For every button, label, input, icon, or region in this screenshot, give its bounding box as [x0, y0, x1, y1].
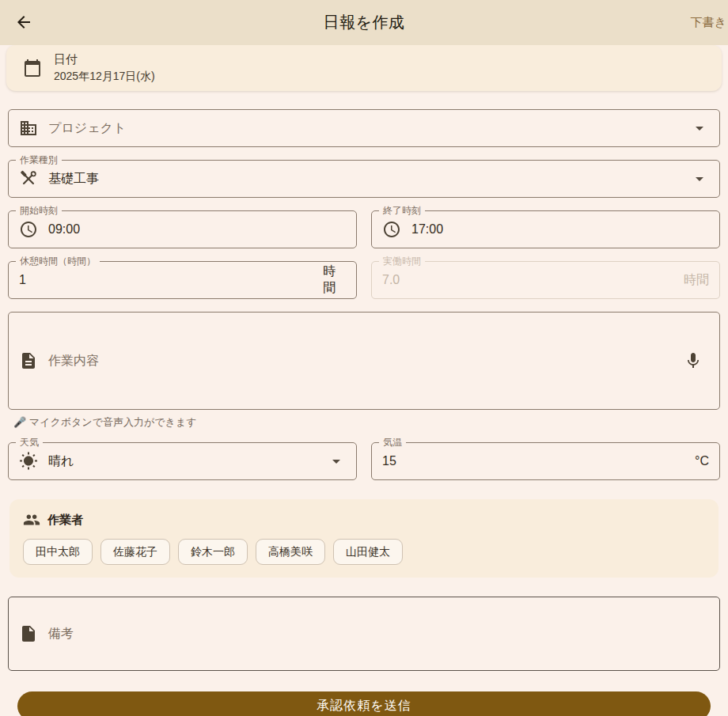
actual-hours-field: 実働時間 7.0 時間 — [371, 261, 720, 299]
break-time-field[interactable]: 休憩時間（時間） 時間 — [8, 261, 357, 299]
voice-helper-text: 🎤 マイクボタンで音声入力ができます — [13, 415, 720, 430]
project-select[interactable]: プロジェクト — [8, 109, 720, 147]
back-button[interactable] — [8, 6, 40, 38]
date-label: 日付 — [54, 52, 155, 67]
people-icon — [23, 511, 40, 528]
project-placeholder: プロジェクト — [48, 120, 126, 137]
worker-chip-label: 山田健太 — [346, 545, 390, 559]
microphone-icon — [684, 351, 703, 370]
actual-hours-label: 実働時間 — [379, 256, 425, 267]
date-picker-card[interactable]: 日付 2025年12月17日(水) — [6, 45, 722, 91]
weather-select[interactable]: 天気 晴れ — [8, 442, 357, 480]
worker-chip-label: 鈴木一郎 — [191, 545, 235, 559]
work-content-field[interactable]: 作業内容 — [8, 312, 720, 410]
temperature-input[interactable] — [382, 454, 684, 468]
end-time-value: 17:00 — [411, 222, 443, 237]
worker-chip[interactable]: 山田健太 — [333, 539, 403, 565]
clock-icon — [19, 220, 38, 239]
break-time-label: 休憩時間（時間） — [16, 256, 100, 267]
note-icon — [19, 624, 38, 643]
workers-title: 作業者 — [47, 513, 83, 528]
worker-chip-label: 高橋美咲 — [268, 545, 313, 559]
work-type-select[interactable]: 作業種別 基礎工事 — [8, 160, 720, 198]
worker-chip[interactable]: 高橋美咲 — [256, 539, 325, 565]
end-time-field[interactable]: 終了時刻 17:00 — [371, 210, 720, 248]
temperature-suffix: °C — [695, 454, 709, 468]
start-time-label: 開始時刻 — [16, 205, 62, 217]
work-type-label: 作業種別 — [16, 154, 62, 166]
work-type-value: 基礎工事 — [48, 171, 99, 188]
chevron-down-icon — [690, 169, 709, 188]
worker-chip[interactable]: 佐藤花子 — [100, 539, 170, 565]
notes-field[interactable]: 備考 — [8, 597, 720, 671]
actual-hours-suffix: 時間 — [684, 272, 709, 289]
workers-section: 作業者 田中太郎 佐藤花子 鈴木一郎 高橋美咲 山田健太 — [9, 499, 719, 578]
notes-placeholder: 備考 — [48, 626, 74, 642]
calendar-icon — [23, 59, 42, 78]
temperature-field[interactable]: 気温 °C — [371, 442, 720, 480]
break-time-suffix: 時間 — [323, 263, 346, 297]
start-time-value: 09:00 — [48, 222, 80, 237]
sun-icon — [19, 452, 38, 471]
end-time-label: 終了時刻 — [379, 205, 425, 217]
worker-chip[interactable]: 田中太郎 — [23, 539, 93, 565]
chevron-down-icon — [327, 452, 346, 471]
weather-value: 晴れ — [48, 453, 74, 470]
actual-hours-value: 7.0 — [382, 273, 400, 287]
break-time-input[interactable] — [19, 273, 313, 287]
worker-chips: 田中太郎 佐藤花子 鈴木一郎 高橋美咲 山田健太 — [23, 539, 705, 565]
clock-icon — [382, 220, 401, 239]
page-title: 日報を作成 — [0, 12, 728, 33]
form-content: プロジェクト 作業種別 基礎工事 開始時刻 09:00 終了時刻 — [0, 109, 728, 716]
temperature-label: 気温 — [379, 437, 406, 449]
document-icon — [19, 351, 38, 370]
save-draft-button[interactable]: 下書き — [690, 13, 727, 32]
weather-label: 天気 — [16, 437, 43, 449]
date-field: 日付 2025年12月17日(水) — [54, 52, 155, 84]
app-bar: 日報を作成 下書き — [0, 0, 728, 45]
worker-chip[interactable]: 鈴木一郎 — [178, 539, 248, 565]
work-content-placeholder: 作業内容 — [48, 353, 99, 369]
submit-approval-button[interactable]: 承認依頼を送信 — [17, 691, 711, 716]
building-icon — [19, 119, 38, 138]
worker-chip-label: 佐藤花子 — [113, 545, 157, 559]
submit-button-label: 承認依頼を送信 — [317, 698, 411, 714]
voice-input-button[interactable] — [677, 345, 709, 377]
construction-tools-icon — [19, 169, 38, 188]
arrow-back-icon — [14, 13, 33, 32]
worker-chip-label: 田中太郎 — [36, 545, 80, 559]
chevron-down-icon — [690, 119, 709, 138]
date-value: 2025年12月17日(水) — [54, 70, 155, 84]
start-time-field[interactable]: 開始時刻 09:00 — [8, 210, 357, 248]
